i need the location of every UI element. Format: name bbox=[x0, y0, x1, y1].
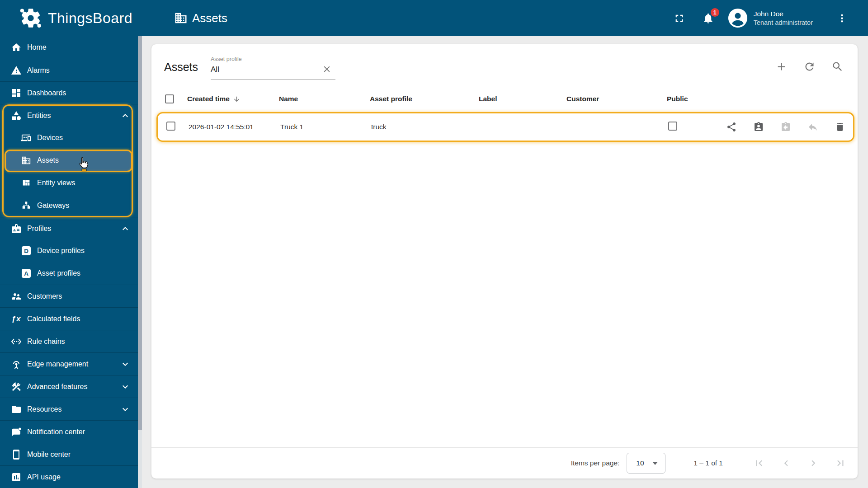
sidebar-item-home[interactable]: Home bbox=[0, 36, 138, 59]
items-per-page-label: Items per page: bbox=[571, 459, 620, 467]
column-header-name[interactable]: Name bbox=[279, 95, 370, 103]
column-header-created-time[interactable]: Created time bbox=[187, 95, 279, 103]
page-size-value: 10 bbox=[636, 459, 644, 467]
search-icon bbox=[831, 61, 844, 73]
cell-created-time: 2026-01-02 14:55:01 bbox=[189, 123, 280, 131]
pagination-bar: Items per page: 10 1 – 1 of 1 bbox=[151, 447, 858, 479]
column-header-public[interactable]: Public bbox=[667, 95, 719, 103]
devices-icon bbox=[21, 132, 32, 143]
user-role: Tenant administrator bbox=[754, 19, 813, 27]
column-header-asset-profile[interactable]: Asset profile bbox=[370, 95, 479, 103]
pager-controls bbox=[741, 454, 849, 472]
row-checkbox[interactable] bbox=[166, 122, 175, 131]
search-button[interactable] bbox=[831, 61, 844, 73]
sidebar-scrollbar[interactable] bbox=[138, 36, 142, 488]
chevron-up-icon bbox=[120, 110, 131, 121]
sidebar-item-entity-views[interactable]: Entity views bbox=[0, 172, 138, 194]
refresh-button[interactable] bbox=[803, 61, 816, 73]
profiles-icon bbox=[11, 223, 22, 234]
public-checkbox[interactable] bbox=[668, 122, 677, 131]
trash-icon bbox=[835, 122, 845, 132]
user-avatar[interactable] bbox=[727, 8, 748, 28]
thingsboard-logo-icon bbox=[19, 6, 42, 30]
sidebar-item-calculated-fields[interactable]: ƒx Calculated fields bbox=[0, 307, 138, 330]
caret-down-icon bbox=[652, 462, 658, 465]
unassign-from-customer-button-disabled bbox=[780, 122, 791, 132]
sidebar-item-customers[interactable]: Customers bbox=[0, 285, 138, 307]
logo-text: ThingsBoard bbox=[48, 10, 132, 27]
row-actions bbox=[720, 122, 847, 132]
sidebar-item-entities[interactable]: Entities bbox=[0, 104, 138, 127]
top-bar-actions: 1 John Doe Tenant administrator bbox=[670, 8, 868, 28]
calculated-fields-icon: ƒx bbox=[11, 314, 22, 324]
reply-arrow-icon bbox=[807, 122, 818, 132]
sidebar-item-advanced-features[interactable]: Advanced features bbox=[0, 375, 138, 398]
sidebar-item-assets[interactable]: Assets bbox=[0, 149, 138, 172]
notification-center-icon bbox=[11, 427, 22, 437]
sidebar-item-devices[interactable]: Devices bbox=[0, 127, 138, 149]
table-toolbar bbox=[775, 61, 844, 73]
assign-to-customer-button[interactable] bbox=[753, 122, 764, 132]
sidebar-item-alarms[interactable]: Alarms bbox=[0, 59, 138, 81]
make-public-button[interactable] bbox=[726, 122, 737, 132]
entities-icon bbox=[11, 110, 22, 121]
last-page-button bbox=[831, 454, 849, 472]
sort-descending-icon bbox=[233, 95, 241, 103]
clear-filter-button[interactable] bbox=[322, 64, 333, 75]
asset-profile-filter[interactable]: Asset profile All bbox=[211, 54, 335, 80]
sidebar-item-edge-management[interactable]: Edge management bbox=[0, 352, 138, 375]
sidebar-item-api-usage[interactable]: API usage bbox=[0, 465, 138, 488]
page-title: Assets bbox=[192, 11, 227, 25]
asset-profiles-icon: A bbox=[21, 268, 32, 279]
advanced-features-icon bbox=[11, 381, 22, 392]
sidebar-item-asset-profiles[interactable]: A Asset profiles bbox=[0, 262, 138, 285]
sidebar-item-gateways[interactable]: Gateways bbox=[0, 194, 138, 217]
first-page-icon bbox=[753, 457, 765, 469]
cell-name: Truck 1 bbox=[280, 123, 371, 131]
sidebar-scrollbar-thumb[interactable] bbox=[138, 36, 142, 430]
chevron-right-icon bbox=[807, 457, 819, 469]
assignment-person-icon bbox=[753, 122, 764, 132]
sidebar-item-mobile-center[interactable]: Mobile center bbox=[0, 443, 138, 465]
sidebar-item-device-profiles[interactable]: D Device profiles bbox=[0, 239, 138, 262]
sidebar-item-profiles[interactable]: Profiles bbox=[0, 217, 138, 239]
sidebar-item-dashboards[interactable]: Dashboards bbox=[0, 81, 138, 104]
fullscreen-icon bbox=[673, 12, 685, 24]
dashboards-icon bbox=[11, 88, 22, 99]
column-header-label[interactable]: Label bbox=[479, 95, 566, 103]
first-page-button bbox=[750, 454, 768, 472]
page-size-select[interactable]: 10 bbox=[627, 453, 665, 474]
column-header-customer[interactable]: Customer bbox=[566, 95, 667, 103]
fullscreen-button[interactable] bbox=[670, 9, 689, 27]
resources-icon bbox=[11, 404, 22, 415]
chevron-down-icon bbox=[120, 381, 131, 392]
more-menu-button[interactable] bbox=[833, 9, 851, 27]
assets-icon bbox=[21, 155, 32, 166]
notifications-button[interactable]: 1 bbox=[699, 9, 717, 27]
sidebar-item-notification-center[interactable]: Notification center bbox=[0, 420, 138, 443]
pagination-range: 1 – 1 of 1 bbox=[693, 459, 723, 467]
customers-icon bbox=[11, 291, 22, 302]
mouse-cursor-pointer bbox=[78, 156, 90, 172]
chevron-down-icon bbox=[120, 359, 131, 370]
entity-views-icon bbox=[21, 178, 32, 188]
thingsboard-logo[interactable]: ThingsBoard bbox=[19, 6, 132, 30]
sidebar-item-rule-chains[interactable]: Rule chains bbox=[0, 330, 138, 352]
table-header-bar: Assets Asset profile All bbox=[151, 44, 858, 89]
table-row[interactable]: 2026-01-02 14:55:01 Truck 1 truck bbox=[156, 112, 854, 142]
asset-profile-filter-label: Asset profile bbox=[211, 56, 335, 62]
add-asset-button[interactable] bbox=[775, 61, 788, 73]
close-icon bbox=[322, 64, 332, 74]
sidebar-item-resources[interactable]: Resources bbox=[0, 398, 138, 420]
delete-asset-button[interactable] bbox=[835, 122, 845, 132]
user-info[interactable]: John Doe Tenant administrator bbox=[754, 9, 813, 27]
gateways-icon bbox=[21, 200, 32, 211]
previous-page-button bbox=[777, 454, 795, 472]
select-all-checkbox[interactable] bbox=[165, 94, 174, 103]
device-profiles-icon: D bbox=[21, 245, 32, 256]
more-vert-icon bbox=[836, 12, 848, 24]
page-header: Assets bbox=[174, 11, 227, 25]
sidebar-nav: Home Alarms Dashboards Entities Devices … bbox=[0, 36, 138, 488]
asset-profile-filter-value: All bbox=[211, 65, 335, 74]
chevron-left-icon bbox=[780, 457, 792, 469]
